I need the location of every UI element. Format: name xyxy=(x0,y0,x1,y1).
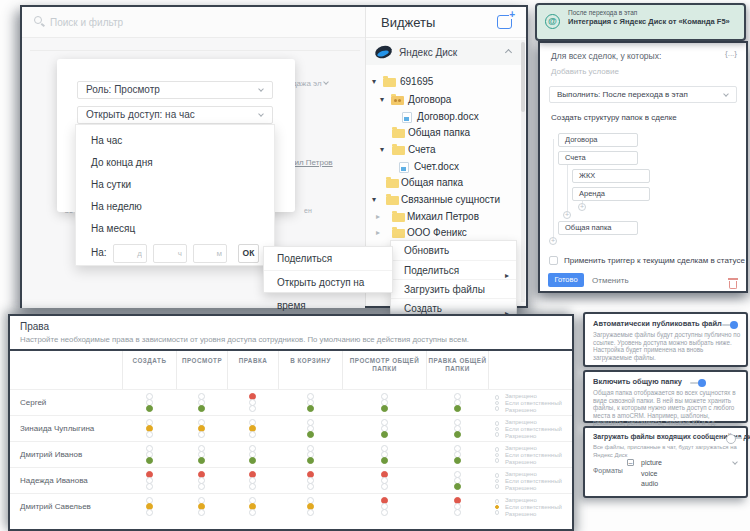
permission-toggle[interactable] xyxy=(453,445,462,464)
permission-toggle[interactable] xyxy=(248,445,257,464)
tree-item-company-folder[interactable]: ▸ ООО Феникс xyxy=(366,225,523,241)
ok-button[interactable]: ОК xyxy=(238,244,259,263)
expand-arrow-icon[interactable]: ▾ xyxy=(380,142,384,158)
permission-toggle[interactable] xyxy=(248,497,257,516)
done-button[interactable]: Готово xyxy=(548,273,584,287)
permission-toggle[interactable] xyxy=(145,393,154,412)
permission-toggle[interactable] xyxy=(453,497,462,516)
add-root-folder-icon[interactable]: + xyxy=(549,237,557,245)
permission-toggle[interactable] xyxy=(380,497,389,516)
apply-trigger-checkbox[interactable] xyxy=(549,256,558,265)
permission-toggle[interactable] xyxy=(453,471,462,490)
tree-item-contracts[interactable]: ▾ Договора xyxy=(366,92,523,108)
tree-item-contract-file[interactable]: Договор.docx xyxy=(366,109,523,125)
hours-input[interactable] xyxy=(153,244,187,263)
permission-toggle[interactable] xyxy=(380,419,389,438)
permission-toggle[interactable] xyxy=(145,497,154,516)
duration-dropdown: На час До конца дня На сутки На неделю Н… xyxy=(75,124,275,266)
permission-toggle[interactable] xyxy=(248,419,257,438)
collapse-arrow-icon[interactable]: ▸ xyxy=(376,225,380,241)
permission-toggle[interactable] xyxy=(145,445,154,464)
row-legend: ЗапрещеноЕсли ответственныйРазрешено xyxy=(488,416,572,442)
folder-input-arenda[interactable]: Аренда xyxy=(572,187,650,201)
permission-toggle[interactable] xyxy=(248,393,257,412)
add-condition-placeholder[interactable]: Добавить условие xyxy=(551,67,619,76)
execute-select[interactable]: Выполнить: После перехода в этап xyxy=(549,86,737,103)
days-input[interactable] xyxy=(113,244,147,263)
tree-item-shared-folder-1[interactable]: Общая папка xyxy=(366,125,523,141)
permission-toggle[interactable] xyxy=(197,393,206,412)
tree-item-invoice-file[interactable]: Счет.docx xyxy=(366,159,523,175)
permission-toggle[interactable] xyxy=(453,419,462,438)
header-empty xyxy=(10,351,122,389)
cancel-button[interactable]: Отменить xyxy=(592,276,629,285)
permission-toggle[interactable] xyxy=(197,445,206,464)
chevron-up-icon[interactable] xyxy=(505,49,512,56)
option-endofday[interactable]: До конца дня xyxy=(76,152,274,174)
folder-input-zhkh[interactable]: ЖКХ xyxy=(572,169,650,183)
menu-refresh[interactable]: Обновить xyxy=(391,241,516,260)
permission-toggle[interactable] xyxy=(145,419,154,438)
options-ellipsis-icon[interactable]: {...} xyxy=(725,49,737,58)
tree-item-root[interactable]: ▾ 691695 xyxy=(366,74,523,90)
permission-toggle[interactable] xyxy=(453,393,462,412)
collapse-arrow-icon[interactable]: ▸ xyxy=(376,209,380,225)
option-week[interactable]: На неделю xyxy=(76,196,274,218)
permission-toggle[interactable] xyxy=(145,471,154,490)
tree-item-contact-folder[interactable]: ▸ Михаил Петров xyxy=(366,209,523,225)
indeterminate-checkbox-icon[interactable]: – xyxy=(627,459,634,466)
permission-toggle[interactable] xyxy=(248,471,257,490)
submenu-open-access-for-time[interactable]: Открыть доступ на время xyxy=(264,270,392,293)
delete-trigger-icon[interactable] xyxy=(729,281,737,289)
permission-toggle[interactable] xyxy=(306,497,315,516)
expand-arrow-icon[interactable]: ▾ xyxy=(372,74,376,90)
permission-toggle[interactable] xyxy=(306,393,315,412)
divider xyxy=(30,50,360,51)
tree-item-linked-entities[interactable]: ▾ Связанные сущности xyxy=(366,192,523,208)
permission-toggle[interactable] xyxy=(380,445,389,464)
upload-messages-toggle[interactable] xyxy=(726,434,742,442)
role-select[interactable]: Роль: Просмотр xyxy=(77,81,273,99)
option-day[interactable]: На сутки xyxy=(76,174,274,196)
format-option-voice[interactable]: voice xyxy=(627,469,739,479)
yandex-disk-section-header[interactable]: Яндекс Диск xyxy=(366,40,523,65)
tree-item-shared-folder-2[interactable]: Общая папка xyxy=(366,175,523,191)
scrollbar-track[interactable] xyxy=(521,40,525,302)
folder-icon xyxy=(386,196,399,205)
menu-upload-files[interactable]: Загрузить файлы xyxy=(391,279,516,298)
add-folder-icon[interactable]: + xyxy=(563,211,571,219)
pipeline-trigger-card[interactable]: @ После перехода в этап Интеграция с Янд… xyxy=(535,3,746,41)
permission-toggle[interactable] xyxy=(306,445,315,464)
expand-arrow-icon[interactable]: ▾ xyxy=(380,92,384,108)
tree-item-invoices[interactable]: ▾ Счета xyxy=(366,142,523,158)
option-month[interactable]: На месяц xyxy=(76,218,274,240)
permission-toggle[interactable] xyxy=(306,419,315,438)
folder-input-invoices[interactable]: Счета xyxy=(558,151,638,165)
format-option-audio[interactable]: audio xyxy=(627,479,739,489)
permission-toggle[interactable] xyxy=(197,497,206,516)
formats-multiselect[interactable]: – picture voice audio xyxy=(627,456,739,489)
menu-share[interactable]: Поделиться ▸ xyxy=(391,260,516,279)
scrollbar-thumb[interactable] xyxy=(521,42,525,112)
permission-toggle[interactable] xyxy=(197,419,206,438)
settings-card-auto-publish: Автоматически публиковать файл Загружаем… xyxy=(583,312,748,367)
option-hour[interactable]: На час xyxy=(76,130,274,152)
permission-toggle[interactable] xyxy=(306,471,315,490)
permission-toggle[interactable] xyxy=(380,393,389,412)
format-option-picture[interactable]: – picture xyxy=(627,456,739,469)
folder-input-shared[interactable]: Общая папка xyxy=(558,221,638,235)
add-widget-icon[interactable] xyxy=(497,15,512,29)
shared-folder-toggle[interactable] xyxy=(690,379,706,387)
submenu-share[interactable]: Поделиться xyxy=(264,247,392,270)
permission-toggle[interactable] xyxy=(197,471,206,490)
minutes-input[interactable] xyxy=(193,244,227,263)
auto-publish-toggle[interactable] xyxy=(722,321,738,329)
permission-toggle[interactable] xyxy=(380,471,389,490)
add-subfolder-icon[interactable]: + xyxy=(578,203,586,211)
access-duration-select[interactable]: Открыть доступ: на час xyxy=(77,106,273,124)
expand-arrow-icon[interactable]: ▾ xyxy=(372,192,376,208)
search-input[interactable] xyxy=(48,12,348,32)
folder-input-contracts[interactable]: Договора xyxy=(558,133,638,147)
card-description: Общая папка отображается во всех сущност… xyxy=(593,389,743,427)
custom-duration-label: На: xyxy=(91,247,107,258)
